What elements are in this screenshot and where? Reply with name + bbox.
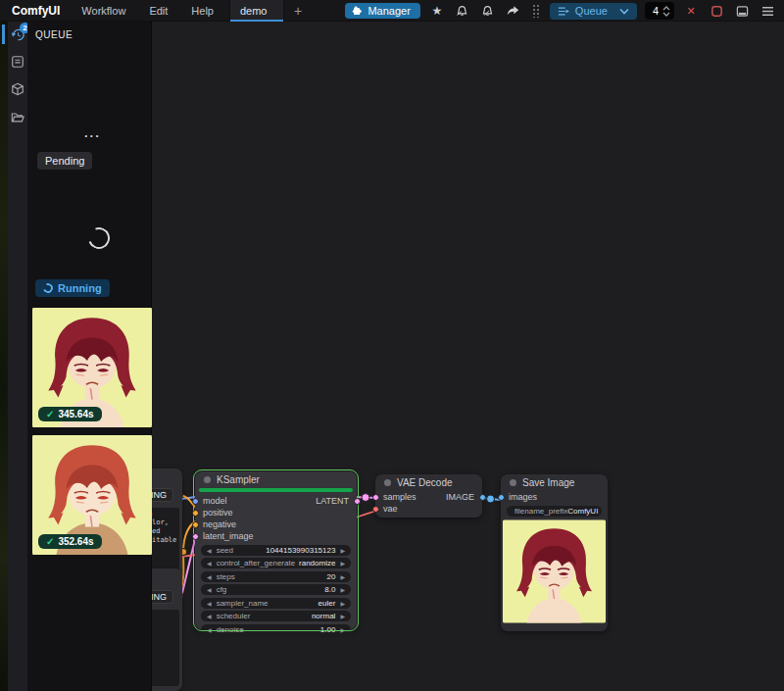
clear-queue-icon[interactable]: × — [682, 3, 700, 19]
widget-value: 1.00 — [320, 625, 336, 634]
graph-canvas[interactable]: RUNNING th lor, ed itable RUNNING KSampl… — [152, 22, 784, 691]
filename-prefix-widget[interactable]: filename_prefix ComfyUI — [507, 506, 602, 517]
prompt-textarea[interactable] — [152, 610, 179, 686]
decrement-icon[interactable]: ◀ — [207, 573, 212, 580]
slot-label: positive — [203, 508, 233, 518]
vae-decode-node[interactable]: VAE Decode samples IMAGE vae — [375, 474, 482, 518]
star-icon[interactable]: ★ — [428, 3, 446, 19]
clip-text-encode-node-partial[interactable]: RUNNING th lor, ed itable — [152, 469, 182, 580]
check-icon: ✓ — [46, 409, 54, 420]
manager-button[interactable]: Manager — [345, 3, 419, 19]
stepper-arrows[interactable] — [662, 6, 670, 17]
denoise-widget[interactable]: ◀ denoise 1.00 ▶ — [201, 624, 351, 635]
increment-icon[interactable]: ▶ — [340, 613, 345, 619]
prompt-textarea[interactable]: th lor, ed itable — [152, 508, 179, 574]
slot-row: negative — [195, 518, 357, 530]
clip-text-encode-node-partial[interactable]: RUNNING — [152, 568, 182, 691]
sidebar-item-model-library[interactable] — [10, 81, 25, 97]
vae-input-dot[interactable] — [372, 506, 379, 513]
check-icon: ✓ — [46, 536, 54, 547]
slot-label: LATENT — [316, 496, 349, 506]
decrement-icon[interactable]: ◀ — [207, 547, 212, 554]
collapse-dot-icon[interactable] — [204, 476, 211, 483]
duration-text: 352.64s — [58, 536, 93, 547]
widget-value: normal — [312, 612, 335, 620]
cfg-widget[interactable]: ◀ cfg 8.0 ▶ — [201, 584, 351, 595]
increment-icon[interactable]: ▶ — [340, 573, 345, 580]
stop-icon[interactable] — [708, 3, 725, 19]
images-input-dot[interactable] — [498, 494, 505, 501]
widget-label: seed — [217, 546, 233, 555]
increment-icon[interactable]: ▶ — [340, 547, 345, 554]
menu-edit[interactable]: Edit — [137, 5, 179, 17]
widget-label: control_after_generate — [217, 559, 296, 568]
decrement-icon[interactable]: ◀ — [207, 626, 212, 633]
decrement-icon[interactable]: ◀ — [207, 600, 212, 607]
bell-slash-icon[interactable] — [479, 3, 497, 19]
hamburger-menu-icon[interactable] — [759, 3, 776, 19]
batch-count-stepper[interactable]: 4 — [645, 2, 674, 20]
decrement-icon[interactable]: ◀ — [207, 586, 212, 593]
saved-image-preview[interactable] — [503, 519, 606, 623]
running-section-chip[interactable]: Running — [35, 279, 110, 297]
node-title-bar[interactable]: VAE Decode — [375, 474, 482, 491]
save-image-node[interactable]: Save Image images filename_prefix ComfyU… — [501, 474, 608, 631]
positive-input-dot[interactable] — [192, 510, 199, 517]
menu-workflow[interactable]: Workflow — [70, 5, 137, 17]
node-title-bar[interactable]: KSampler — [195, 471, 357, 488]
workflow-tabstrip: demo + — [229, 0, 312, 22]
node-title-bar[interactable]: Save Image — [501, 474, 608, 491]
decrement-icon[interactable]: ◀ — [207, 560, 212, 567]
seed-widget[interactable]: ◀ seed 1044153990315123 ▶ — [201, 545, 351, 556]
duration-badge: ✓ 345.64s — [38, 407, 102, 421]
queue-panel-title: QUEUE — [27, 22, 151, 40]
control-after-generate-widget[interactable]: ◀ control_after_generate randomize ▶ — [201, 558, 351, 568]
queue-result-item[interactable]: ✓ 345.64s — [32, 307, 152, 428]
widget-label: sampler_name — [217, 599, 269, 608]
queue-result-item[interactable]: ✓ 352.64s — [32, 434, 152, 556]
menu-help[interactable]: Help — [179, 5, 225, 17]
bell-icon[interactable] — [454, 3, 471, 19]
collapse-dot-icon[interactable] — [510, 479, 516, 486]
latent-output-dot[interactable] — [354, 498, 361, 505]
slot-row: samples IMAGE — [375, 491, 482, 503]
collapse-dot-icon[interactable] — [384, 479, 391, 486]
sidebar-item-queue[interactable]: 2 — [10, 26, 25, 42]
sidebar-item-node-library[interactable] — [10, 54, 25, 70]
queue-overflow-menu[interactable]: ... — [84, 125, 101, 140]
slot-row: images — [501, 491, 608, 503]
widget-label: denoise — [217, 625, 244, 634]
top-menubar: ComfyUI Workflow Edit Help demo + Manage… — [0, 0, 784, 22]
slot-row: model LATENT — [195, 495, 357, 507]
bottom-panel-icon[interactable] — [733, 3, 751, 19]
sidebar-item-workflows[interactable] — [10, 109, 25, 124]
loading-spinner — [84, 223, 113, 252]
samples-input-dot[interactable] — [372, 494, 379, 501]
latent-image-input-dot[interactable] — [192, 533, 199, 540]
manager-button-label: Manager — [368, 5, 410, 17]
model-input-dot[interactable] — [192, 498, 199, 505]
queue-run-button[interactable]: Queue — [550, 3, 637, 20]
image-output-dot[interactable] — [479, 494, 486, 501]
widget-value: ComfyUI — [567, 507, 598, 516]
increment-icon[interactable]: ▶ — [340, 626, 345, 633]
node-title: VAE Decode — [397, 477, 453, 488]
scheduler-widget[interactable]: ◀ scheduler normal ▶ — [201, 611, 351, 621]
increment-icon[interactable]: ▶ — [340, 600, 345, 607]
widget-label: cfg — [217, 585, 227, 594]
increment-icon[interactable]: ▶ — [340, 560, 345, 567]
share-arrow-icon[interactable] — [505, 3, 522, 19]
new-workflow-button[interactable]: + — [284, 0, 312, 22]
negative-input-dot[interactable] — [192, 521, 199, 528]
pending-section-chip[interactable]: Pending — [37, 152, 92, 170]
sampler-name-widget[interactable]: ◀ sampler_name euler ▶ — [201, 598, 351, 609]
slot-label: model — [203, 496, 227, 506]
increment-icon[interactable]: ▶ — [340, 586, 345, 593]
decrement-icon[interactable]: ◀ — [207, 613, 212, 619]
tab-demo[interactable]: demo — [229, 0, 284, 22]
chevron-up-icon — [662, 6, 670, 11]
steps-widget[interactable]: ◀ steps 20 ▶ — [201, 571, 351, 582]
ksampler-node[interactable]: KSampler model LATENT positive negative … — [195, 471, 357, 629]
node-library-icon — [11, 55, 24, 69]
drag-handle[interactable] — [532, 4, 540, 18]
